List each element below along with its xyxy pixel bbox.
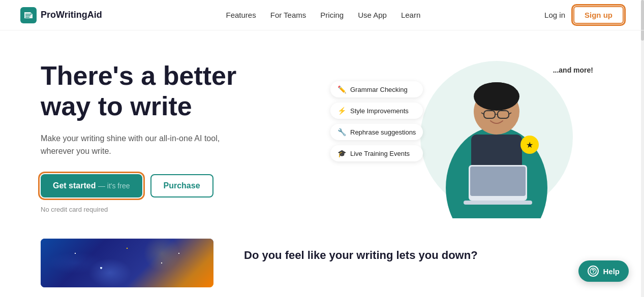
bottom-artwork [41,239,213,287]
feature-pills: ✏️ Grammar Checking ⚡ Style Improvements… [330,81,423,161]
navbar: ProWritingAid Features For Teams Pricing… [0,0,644,30]
person-svg: ★ [431,56,563,218]
svg-rect-13 [464,201,532,205]
no-credit-text: No credit card required [41,206,315,213]
hero-subtitle: Make your writing shine with our all-in-… [41,132,224,158]
help-icon [588,266,599,277]
nav-features[interactable]: Features [226,11,256,19]
brand-name: ProWritingAid [41,10,102,20]
artwork-swirls [41,239,213,287]
svg-rect-12 [470,167,526,196]
purchase-button[interactable]: Purchase [150,174,213,197]
nav-learn[interactable]: Learn [401,11,420,19]
rephrase-label: Rephrase suggestions [350,128,416,136]
bottom-right: Do you feel like your writing lets you d… [244,239,603,262]
nav-for-teams[interactable]: For Teams [270,11,306,19]
logo[interactable]: ProWritingAid [20,7,102,23]
svg-text:★: ★ [526,141,533,149]
feature-pill-style: ⚡ Style Improvements [330,103,423,119]
login-link[interactable]: Log in [544,11,565,19]
hero-left: There's a better way to write Make your … [41,61,315,213]
logo-icon [20,7,37,23]
hero-right: ★ ✏️ Grammar Checking ⚡ Style Improvemen… [315,51,603,223]
hero-person: ★ [431,56,563,218]
nav-links: Features For Teams Pricing Use App Learn [226,11,421,19]
svg-point-4 [476,82,517,103]
style-label: Style Improvements [350,107,409,115]
grammar-label: Grammar Checking [350,86,408,93]
rephrase-icon: 🔧 [338,128,346,136]
feature-pill-rephrase: 🔧 Rephrase suggestions [330,124,423,140]
nav-actions: Log in Sign up [544,6,624,24]
signup-button[interactable]: Sign up [573,6,624,24]
feature-pill-training: 🎓 Live Training Events [330,145,423,161]
training-icon: 🎓 [338,149,346,157]
grammar-icon: ✏️ [338,85,346,93]
nav-use-app[interactable]: Use App [358,11,387,19]
help-button[interactable]: Help [578,260,629,282]
get-started-button[interactable]: Get started — it's free [41,174,142,197]
hero-section: There's a better way to write Make your … [0,30,644,234]
scrollbar[interactable] [641,0,644,297]
hero-title: There's a better way to write [41,61,315,122]
bottom-section: Do you feel like your writing lets you d… [0,234,644,292]
nav-pricing[interactable]: Pricing [320,11,344,19]
bottom-question: Do you feel like your writing lets you d… [244,249,603,262]
training-label: Live Training Events [350,150,410,157]
help-label: Help [603,267,620,276]
svg-point-17 [593,272,594,273]
style-icon: ⚡ [338,107,346,115]
feature-pill-grammar: ✏️ Grammar Checking [330,81,423,97]
hero-buttons: Get started — it's free Purchase [41,174,315,197]
